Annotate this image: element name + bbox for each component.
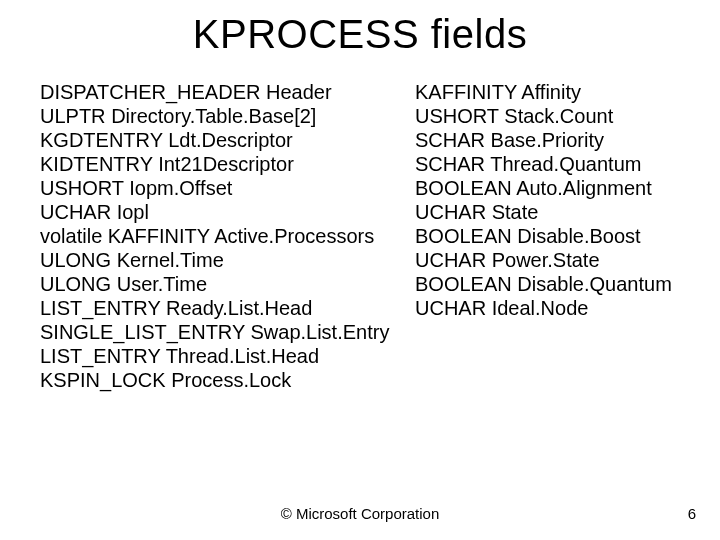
field-line: BOOLEAN Disable.Boost bbox=[415, 224, 680, 248]
field-line: SINGLE_LIST_ENTRY Swap.List.Entry bbox=[40, 320, 415, 344]
field-line: USHORT Iopm.Offset bbox=[40, 176, 415, 200]
field-type: BOOLEAN bbox=[415, 225, 512, 247]
field-name: Swap.List.Entry bbox=[250, 321, 389, 343]
field-line: BOOLEAN Auto.Alignment bbox=[415, 176, 680, 200]
field-type: UCHAR bbox=[40, 201, 111, 223]
field-type: LIST_ENTRY bbox=[40, 345, 160, 367]
field-name: Thread.Quantum bbox=[490, 153, 641, 175]
field-name: Thread.List.Head bbox=[166, 345, 319, 367]
field-line: UCHAR State bbox=[415, 200, 680, 224]
field-line: ULONG Kernel.Time bbox=[40, 248, 415, 272]
field-type: SINGLE_LIST_ENTRY bbox=[40, 321, 245, 343]
field-type: DISPATCHER_HEADER bbox=[40, 81, 260, 103]
field-type: SCHAR bbox=[415, 153, 485, 175]
field-line: ULONG User.Time bbox=[40, 272, 415, 296]
field-type: UCHAR bbox=[415, 297, 486, 319]
field-line: SCHAR Base.Priority bbox=[415, 128, 680, 152]
field-type: BOOLEAN bbox=[415, 177, 512, 199]
field-name: Iopm.Offset bbox=[129, 177, 232, 199]
field-type: USHORT bbox=[415, 105, 499, 127]
field-type: SCHAR bbox=[415, 129, 485, 151]
field-line: volatile KAFFINITY Active.Processors bbox=[40, 224, 415, 248]
field-name: Ideal.Node bbox=[492, 297, 589, 319]
field-name: Ldt.Descriptor bbox=[168, 129, 293, 151]
field-type: ULONG bbox=[40, 273, 111, 295]
field-line: UCHAR Power.State bbox=[415, 248, 680, 272]
footer-copyright: © Microsoft Corporation bbox=[0, 505, 720, 522]
field-type: LIST_ENTRY bbox=[40, 297, 160, 319]
field-type: BOOLEAN bbox=[415, 273, 512, 295]
field-type: KIDTENTRY bbox=[40, 153, 153, 175]
field-type: volatile KAFFINITY bbox=[40, 225, 210, 247]
field-name: Iopl bbox=[117, 201, 149, 223]
field-name: Disable.Boost bbox=[517, 225, 640, 247]
right-column: KAFFINITY AffinityUSHORT Stack.CountSCHA… bbox=[415, 80, 680, 392]
field-name: Directory.Table.Base[2] bbox=[111, 105, 316, 127]
field-line: LIST_ENTRY Ready.List.Head bbox=[40, 296, 415, 320]
field-type: UCHAR bbox=[415, 249, 486, 271]
field-line: UCHAR Ideal.Node bbox=[415, 296, 680, 320]
field-line: KIDTENTRY Int21Descriptor bbox=[40, 152, 415, 176]
field-name: Base.Priority bbox=[491, 129, 604, 151]
field-name: Ready.List.Head bbox=[166, 297, 312, 319]
field-type: ULONG bbox=[40, 249, 111, 271]
field-name: Header bbox=[266, 81, 332, 103]
slide-title: KPROCESS fields bbox=[0, 12, 720, 57]
field-line: DISPATCHER_HEADER Header bbox=[40, 80, 415, 104]
left-column: DISPATCHER_HEADER HeaderULPTR Directory.… bbox=[40, 80, 415, 392]
field-name: Affinity bbox=[521, 81, 581, 103]
field-line: ULPTR Directory.Table.Base[2] bbox=[40, 104, 415, 128]
field-line: LIST_ENTRY Thread.List.Head bbox=[40, 344, 415, 368]
field-line: USHORT Stack.Count bbox=[415, 104, 680, 128]
field-line: SCHAR Thread.Quantum bbox=[415, 152, 680, 176]
field-name: Int21Descriptor bbox=[158, 153, 294, 175]
page-number: 6 bbox=[688, 505, 696, 522]
field-line: KSPIN_LOCK Process.Lock bbox=[40, 368, 415, 392]
field-name: Auto.Alignment bbox=[516, 177, 652, 199]
field-name: Stack.Count bbox=[504, 105, 613, 127]
field-name: User.Time bbox=[117, 273, 207, 295]
field-name: Active.Processors bbox=[214, 225, 374, 247]
field-type: KGDTENTRY bbox=[40, 129, 163, 151]
field-type: UCHAR bbox=[415, 201, 486, 223]
field-name: State bbox=[492, 201, 539, 223]
content-columns: DISPATCHER_HEADER HeaderULPTR Directory.… bbox=[40, 80, 680, 392]
field-type: USHORT bbox=[40, 177, 124, 199]
field-name: Disable.Quantum bbox=[517, 273, 672, 295]
field-name: Process.Lock bbox=[171, 369, 291, 391]
field-line: KGDTENTRY Ldt.Descriptor bbox=[40, 128, 415, 152]
field-type: KAFFINITY bbox=[415, 81, 517, 103]
field-line: BOOLEAN Disable.Quantum bbox=[415, 272, 680, 296]
field-name: Kernel.Time bbox=[117, 249, 224, 271]
slide: KPROCESS fields DISPATCHER_HEADER Header… bbox=[0, 0, 720, 540]
field-line: UCHAR Iopl bbox=[40, 200, 415, 224]
field-name: Power.State bbox=[492, 249, 600, 271]
field-type: ULPTR bbox=[40, 105, 106, 127]
field-line: KAFFINITY Affinity bbox=[415, 80, 680, 104]
field-type: KSPIN_LOCK bbox=[40, 369, 166, 391]
